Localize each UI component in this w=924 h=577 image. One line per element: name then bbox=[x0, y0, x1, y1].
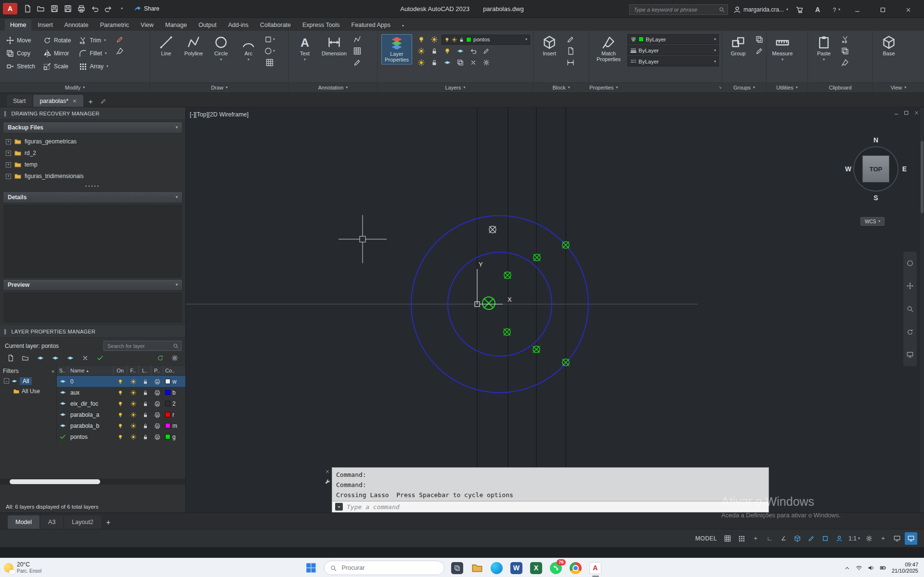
ribbon-tab-collaborate[interactable]: Collaborate bbox=[255, 19, 296, 31]
layer-walk-button[interactable] bbox=[481, 46, 492, 56]
edit-block-button[interactable] bbox=[565, 34, 576, 45]
file-explorer-icon[interactable] bbox=[470, 561, 483, 575]
dimension-button[interactable]: Dimension bbox=[320, 34, 348, 58]
new-layout-button[interactable]: + bbox=[102, 516, 115, 529]
layer-freeze-toggle[interactable] bbox=[127, 423, 139, 429]
model-space-indicator[interactable]: MODEL bbox=[695, 535, 717, 542]
new-file-button[interactable] bbox=[21, 3, 34, 14]
layer-row[interactable]: eix_dir_foc 2 bbox=[57, 398, 185, 409]
tab-document[interactable]: parabolas* bbox=[33, 95, 83, 107]
copy-clip-button[interactable] bbox=[839, 46, 851, 56]
open-file-button[interactable] bbox=[35, 3, 47, 14]
layer-match-button[interactable] bbox=[455, 46, 466, 56]
insert-block-button[interactable]: Insert bbox=[537, 34, 561, 58]
panel-label-annotation[interactable]: Annotation▾ bbox=[289, 82, 377, 92]
col-status[interactable]: S.. bbox=[57, 366, 68, 375]
orbit-icon[interactable] bbox=[907, 329, 913, 335]
ribbon-tab-insert[interactable]: Insert bbox=[32, 19, 58, 31]
layer-row[interactable]: aux b bbox=[57, 387, 185, 398]
drawing-canvas[interactable]: Y X [-][Top][2D Wireframe] N S bbox=[186, 107, 924, 513]
filter-all-used[interactable]: All Use bbox=[3, 386, 54, 396]
cut-button[interactable] bbox=[839, 34, 851, 45]
new-property-filter-button[interactable] bbox=[5, 353, 16, 363]
panel-label-utilities[interactable]: Utilities▾ bbox=[767, 82, 807, 92]
viewport-close-icon[interactable] bbox=[914, 110, 919, 115]
layer-plot-toggle[interactable] bbox=[151, 434, 163, 440]
mirror-button[interactable]: Mirror bbox=[41, 47, 73, 59]
layer-lock-toggle[interactable] bbox=[139, 390, 151, 396]
layer-on-toggle[interactable] bbox=[114, 401, 127, 407]
trim-button[interactable]: Trim▾ bbox=[77, 34, 111, 46]
compass-east[interactable]: E bbox=[902, 165, 907, 173]
app-store-button[interactable] bbox=[794, 4, 806, 15]
scrollbar-thumb[interactable] bbox=[921, 141, 924, 213]
workspace-switching[interactable] bbox=[833, 532, 846, 545]
clean-screen-toggle[interactable] bbox=[891, 532, 903, 545]
move-button[interactable]: Move bbox=[4, 34, 38, 46]
autocad-logo[interactable]: A bbox=[3, 3, 17, 14]
col-plot[interactable]: P.. bbox=[151, 366, 163, 375]
layer-manager-titlebar[interactable]: ▌LAYER PROPERTIES MANAGER bbox=[0, 325, 185, 338]
rotate-button[interactable]: Rotate bbox=[41, 34, 73, 46]
arc-button[interactable]: Arc▾ bbox=[236, 34, 260, 63]
layer-on-toggle[interactable] bbox=[114, 412, 127, 418]
zoom-icon[interactable] bbox=[907, 306, 913, 312]
fillet-button[interactable]: Fillet▾ bbox=[77, 47, 111, 59]
layer-on-button[interactable] bbox=[442, 46, 453, 56]
command-options-button[interactable]: ▾ bbox=[335, 503, 343, 511]
new-vp-frozen-layer-button[interactable] bbox=[65, 353, 76, 363]
ribbon-tab-view[interactable]: View bbox=[135, 19, 159, 31]
edge-icon[interactable] bbox=[490, 561, 503, 575]
layer-on-toggle[interactable] bbox=[114, 390, 127, 396]
col-color[interactable]: Co.. bbox=[163, 366, 185, 375]
splitter-handle[interactable]: ••••• bbox=[0, 183, 185, 190]
group-button[interactable]: Group bbox=[726, 34, 750, 58]
layer-on-toggle[interactable] bbox=[114, 434, 127, 440]
layer-off-button[interactable] bbox=[416, 34, 427, 45]
expand-icon[interactable]: + bbox=[6, 151, 11, 156]
layer-color-cell[interactable]: m bbox=[163, 423, 185, 429]
task-view-icon[interactable] bbox=[450, 561, 464, 575]
redo-button[interactable] bbox=[102, 3, 115, 14]
volume-icon[interactable] bbox=[868, 564, 874, 571]
object-color-select[interactable]: ByLayer▾ bbox=[627, 34, 719, 44]
new-drawing-button[interactable]: + bbox=[85, 95, 96, 107]
plot-button[interactable] bbox=[75, 3, 88, 14]
col-lock[interactable]: L.. bbox=[139, 366, 151, 375]
search-icon[interactable] bbox=[719, 7, 725, 13]
ellipse-button[interactable]: ▾ bbox=[264, 46, 275, 56]
layer-row[interactable]: parabola_b m bbox=[57, 420, 185, 431]
layer-lock-toggle[interactable] bbox=[139, 423, 151, 429]
layer-unisolate-button[interactable] bbox=[416, 57, 427, 68]
ribbon-display-toggle[interactable]: ▾ bbox=[397, 19, 409, 31]
expand-icon[interactable]: − bbox=[4, 378, 9, 384]
layer-merge-button[interactable] bbox=[455, 57, 466, 68]
line-button[interactable]: Line bbox=[154, 34, 178, 58]
tab-a3[interactable]: A3 bbox=[40, 515, 63, 529]
rectangle-button[interactable]: ▾ bbox=[264, 34, 275, 45]
markup-button[interactable] bbox=[351, 57, 363, 68]
scrollbar-thumb[interactable] bbox=[10, 479, 100, 484]
copy-button[interactable]: Copy bbox=[4, 47, 38, 59]
tab-layout2[interactable]: Layout2 bbox=[64, 515, 101, 529]
block-attributes-button[interactable] bbox=[565, 57, 576, 68]
ribbon-tab-output[interactable]: Output bbox=[193, 19, 222, 31]
linetype-select[interactable]: ByLayer▾ bbox=[627, 56, 719, 66]
preview-header[interactable]: Preview▾ bbox=[3, 279, 182, 291]
steering-wheel-icon[interactable] bbox=[907, 260, 913, 267]
layer-lock-button[interactable] bbox=[429, 46, 440, 56]
col-freeze[interactable]: F.. bbox=[127, 366, 139, 375]
view-cube[interactable]: N S W E TOP bbox=[842, 135, 910, 203]
base-view-button[interactable]: Base bbox=[877, 34, 901, 58]
layer-color-cell[interactable]: r bbox=[163, 411, 185, 418]
layer-plot-toggle[interactable] bbox=[151, 401, 163, 407]
paste-button[interactable]: Paste▾ bbox=[812, 34, 836, 63]
customize-wrench-icon[interactable] bbox=[325, 479, 330, 485]
layer-plot-toggle[interactable] bbox=[151, 390, 163, 396]
command-input[interactable] bbox=[346, 503, 766, 511]
ungroup-button[interactable] bbox=[754, 34, 765, 45]
leader-button[interactable] bbox=[351, 34, 363, 45]
layer-plot-toggle[interactable] bbox=[151, 412, 163, 418]
annotation-monitor-toggle[interactable] bbox=[805, 532, 818, 545]
filter-all[interactable]: −All bbox=[3, 376, 54, 386]
